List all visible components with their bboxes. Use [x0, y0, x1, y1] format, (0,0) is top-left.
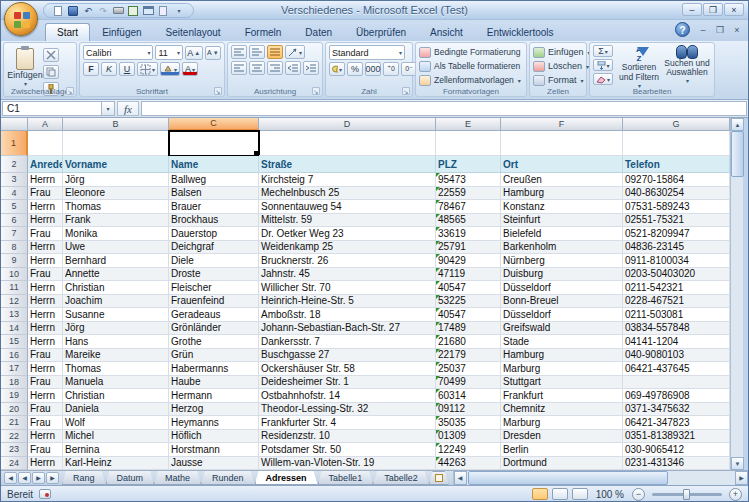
copy-button[interactable] [43, 65, 59, 79]
cell[interactable]: Diele [169, 254, 259, 268]
tab-einfügen[interactable]: Einfügen [90, 23, 153, 41]
workbook-close-button[interactable]: × [730, 25, 744, 35]
scroll-right-icon[interactable]: ▶ [735, 471, 748, 485]
cell[interactable]: Herrn [28, 200, 63, 214]
row-number[interactable]: 8 [1, 241, 28, 255]
cell[interactable] [63, 131, 169, 156]
insert-worksheet-tab[interactable] [429, 471, 449, 485]
cell[interactable]: Fleischer [169, 281, 259, 295]
name-box[interactable]: C1 [2, 101, 102, 116]
zoom-in-button[interactable]: + [729, 488, 742, 501]
cell[interactable]: Frau [28, 268, 63, 282]
sheet-tab-tabelle2[interactable]: Tabelle2 [373, 471, 429, 485]
header-cell-name[interactable]: Name [169, 156, 259, 173]
row-number[interactable]: 4 [1, 187, 28, 201]
row-number[interactable]: 21 [1, 416, 28, 430]
page-layout-view-button[interactable] [552, 488, 568, 500]
delete-cells-button[interactable]: Löschen▾ [533, 59, 583, 73]
column-header-G[interactable]: G [623, 118, 730, 131]
format-as-table-button[interactable]: Als Tabelle formatieren▾ [419, 59, 523, 73]
row-number[interactable]: 20 [1, 403, 28, 417]
cell[interactable]: Grothe [169, 335, 259, 349]
tab-entwicklertools[interactable]: Entwicklertools [475, 23, 566, 41]
cell[interactable]: Herrn [28, 362, 63, 376]
cell[interactable]: Heinrich-Heine-Str. 5 [259, 295, 436, 309]
sheet-tab-tabelle1[interactable]: Tabelle1 [318, 471, 374, 485]
align-left-button[interactable] [231, 61, 247, 75]
cell[interactable]: Mareike [63, 349, 169, 363]
cell[interactable]: Barkenholm [501, 241, 623, 255]
cell[interactable] [623, 376, 730, 390]
cell[interactable]: 06421-437645 [623, 362, 730, 376]
cell[interactable]: Berlin [501, 443, 623, 457]
cell[interactable]: 09112 [436, 403, 501, 417]
page-break-view-button[interactable] [572, 488, 588, 500]
cell[interactable]: Marburg [501, 416, 623, 430]
cell[interactable]: 40547 [436, 308, 501, 322]
cell[interactable]: Herrn [28, 295, 63, 309]
cell[interactable]: 60314 [436, 389, 501, 403]
cell[interactable]: Horstmann [169, 443, 259, 457]
dialog-launcher-icon[interactable]: ↘ [66, 87, 74, 95]
header-cell-plz[interactable]: PLZ [436, 156, 501, 173]
cell[interactable]: Bonn-Breuel [501, 295, 623, 309]
cell[interactable]: Hamburg [501, 187, 623, 201]
grow-font-button[interactable]: A▲ [185, 46, 203, 60]
cell[interactable] [259, 131, 436, 156]
cell[interactable]: 22559 [436, 187, 501, 201]
cell[interactable]: Haube [169, 376, 259, 390]
column-header-C[interactable]: C [169, 118, 259, 131]
cell[interactable]: 0211-542321 [623, 281, 730, 295]
conditional-formatting-button[interactable]: Bedingte Formatierung▾ [419, 45, 523, 59]
row-number[interactable]: 5 [1, 200, 28, 214]
cell[interactable]: Thomas [63, 200, 169, 214]
row-number[interactable]: 17 [1, 362, 28, 376]
cell[interactable]: Dankersstr. 7 [259, 335, 436, 349]
comma-style-button[interactable]: 000 [365, 62, 381, 76]
row-number[interactable]: 9 [1, 254, 28, 268]
cell[interactable]: Habermanns [169, 362, 259, 376]
font-size-combo[interactable]: 11▾ [155, 45, 183, 60]
cell[interactable]: Herrn [28, 214, 63, 228]
cell[interactable]: Frau [28, 416, 63, 430]
record-macro-icon[interactable] [39, 489, 51, 499]
row-number[interactable]: 13 [1, 308, 28, 322]
cell[interactable]: Willicher Str. 70 [259, 281, 436, 295]
cell[interactable]: Jahnstr. 45 [259, 268, 436, 282]
sheet-tab-datum[interactable]: Datum [106, 471, 155, 485]
close-button[interactable]: × [724, 3, 744, 16]
cell[interactable]: Höflich [169, 430, 259, 444]
formula-input[interactable] [141, 101, 747, 116]
header-cell-ort[interactable]: Ort [501, 156, 623, 173]
row-number[interactable]: 3 [1, 173, 28, 187]
minimize-button[interactable]: – [682, 3, 702, 16]
align-center-button[interactable] [249, 61, 265, 75]
cell[interactable]: Marburg [501, 362, 623, 376]
cell[interactable]: Theodor-Lessing-Str. 32 [259, 403, 436, 417]
cell[interactable]: 04836-23145 [623, 241, 730, 255]
cell[interactable]: Uwe [63, 241, 169, 255]
row-number[interactable]: 10 [1, 268, 28, 282]
cell[interactable]: 47119 [436, 268, 501, 282]
cell[interactable]: Heymanns [169, 416, 259, 430]
dialog-launcher-icon[interactable]: ↘ [402, 87, 410, 95]
cell[interactable]: Karl-Heinz [63, 457, 169, 471]
cell[interactable]: Frank [63, 214, 169, 228]
cell[interactable]: Grün [169, 349, 259, 363]
row-number[interactable]: 11 [1, 281, 28, 295]
dialog-launcher-icon[interactable]: ↘ [214, 87, 222, 95]
dialog-launcher-icon[interactable]: ↘ [312, 87, 320, 95]
cell[interactable]: Christian [63, 389, 169, 403]
cell[interactable] [436, 131, 501, 156]
cell[interactable]: 78467 [436, 200, 501, 214]
first-sheet-icon[interactable]: ◀ [4, 472, 17, 484]
header-cell-anrede[interactable]: Anrede [28, 156, 63, 173]
cell[interactable]: Herrn [28, 173, 63, 187]
cell[interactable]: 03834-557848 [623, 322, 730, 336]
cell[interactable]: Potsdamer Str. 50 [259, 443, 436, 457]
clear-button[interactable]: ▾ [593, 73, 613, 85]
cell[interactable]: 0211-503081 [623, 308, 730, 322]
cell[interactable]: 21680 [436, 335, 501, 349]
sheet-tab-mathe[interactable]: Mathe [154, 471, 201, 485]
align-right-button[interactable] [267, 61, 283, 75]
